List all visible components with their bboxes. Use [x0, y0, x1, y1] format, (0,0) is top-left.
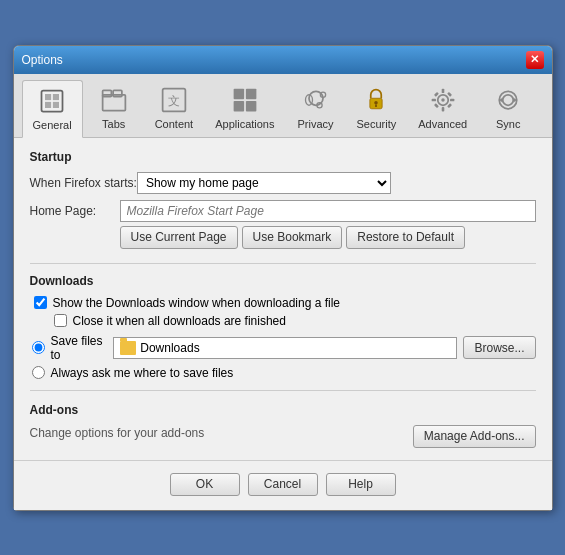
- addons-row: Change options for your add-ons Manage A…: [30, 425, 536, 448]
- homepage-row: Home Page:: [30, 200, 536, 222]
- always-ask-radio[interactable]: [32, 366, 45, 379]
- tab-advanced[interactable]: Advanced: [408, 80, 477, 137]
- browse-button[interactable]: Browse...: [463, 336, 535, 359]
- svg-rect-11: [246, 88, 257, 99]
- tab-security-label: Security: [357, 118, 397, 130]
- home-label: Home Page:: [30, 204, 120, 218]
- svg-rect-1: [45, 94, 51, 100]
- restore-to-default-button[interactable]: Restore to Default: [346, 226, 465, 249]
- folder-icon: [120, 341, 136, 355]
- main-content: Startup When Firefox starts: Show my hom…: [14, 138, 552, 460]
- close-button[interactable]: ✕: [526, 51, 544, 69]
- download-folder-name: Downloads: [140, 341, 199, 355]
- title-bar: Options ✕: [14, 46, 552, 74]
- security-icon: [360, 84, 392, 116]
- close-downloads-row: Close it when all downloads are finished: [30, 314, 536, 328]
- tab-sync[interactable]: Sync: [479, 80, 537, 137]
- privacy-icon: [300, 84, 332, 116]
- svg-rect-28: [447, 91, 452, 96]
- svg-rect-29: [434, 103, 439, 108]
- svg-rect-12: [233, 100, 244, 111]
- startup-section: Startup When Firefox starts: Show my hom…: [30, 150, 536, 249]
- browse-area: Downloads Browse...: [113, 336, 535, 359]
- tab-tabs-label: Tabs: [102, 118, 125, 130]
- close-downloads-label: Close it when all downloads are finished: [73, 314, 286, 328]
- use-current-page-button[interactable]: Use Current Page: [120, 226, 238, 249]
- when-label: When Firefox starts:: [30, 176, 137, 190]
- save-files-label: Save files to: [51, 334, 106, 362]
- tab-applications-label: Applications: [215, 118, 274, 130]
- addons-section: Add-ons Change options for your add-ons …: [30, 403, 536, 448]
- tab-content-label: Content: [155, 118, 194, 130]
- svg-rect-3: [45, 101, 51, 107]
- addons-desc: Change options for your add-ons: [30, 426, 205, 440]
- ok-button[interactable]: OK: [170, 473, 240, 496]
- always-ask-row: Always ask me where to save files: [30, 366, 536, 380]
- tab-security[interactable]: Security: [347, 80, 407, 137]
- svg-rect-23: [441, 88, 444, 92]
- options-window: Options ✕ General: [13, 45, 553, 511]
- always-ask-label: Always ask me where to save files: [51, 366, 234, 380]
- homepage-input[interactable]: [120, 200, 536, 222]
- svg-rect-13: [246, 100, 257, 111]
- svg-text:文: 文: [168, 94, 180, 108]
- svg-rect-27: [434, 91, 439, 96]
- show-downloads-checkbox[interactable]: [34, 296, 47, 309]
- svg-point-22: [441, 98, 445, 102]
- tab-general-label: General: [33, 119, 72, 131]
- svg-rect-2: [53, 94, 59, 100]
- svg-rect-4: [53, 101, 59, 107]
- startup-dropdown-wrapper: Show my home page Show a blank page Show…: [137, 172, 391, 194]
- svg-rect-26: [450, 98, 454, 101]
- svg-rect-0: [42, 90, 63, 111]
- downloads-section-label: Downloads: [30, 274, 536, 288]
- tab-sync-label: Sync: [496, 118, 520, 130]
- divider-addons: [30, 390, 536, 391]
- tab-privacy-label: Privacy: [297, 118, 333, 130]
- tab-bar: General Tabs 文 Content: [14, 74, 552, 138]
- startup-section-label: Startup: [30, 150, 536, 164]
- advanced-icon: [427, 84, 459, 116]
- download-path: Downloads: [113, 337, 457, 359]
- svg-point-19: [375, 100, 379, 104]
- save-files-row: Save files to Downloads Browse...: [30, 334, 536, 362]
- cancel-button[interactable]: Cancel: [248, 473, 318, 496]
- addons-section-label: Add-ons: [30, 403, 536, 417]
- svg-rect-25: [431, 98, 435, 101]
- tab-advanced-label: Advanced: [418, 118, 467, 130]
- content-icon: 文: [158, 84, 190, 116]
- footer: OK Cancel Help: [14, 460, 552, 510]
- tab-applications[interactable]: Applications: [205, 80, 284, 137]
- use-bookmark-button[interactable]: Use Bookmark: [242, 226, 343, 249]
- tab-privacy[interactable]: Privacy: [287, 80, 345, 137]
- tabs-icon: [98, 84, 130, 116]
- startup-when-row: When Firefox starts: Show my home page S…: [30, 172, 536, 194]
- svg-rect-30: [447, 103, 452, 108]
- tab-general[interactable]: General: [22, 80, 83, 138]
- divider-downloads: [30, 263, 536, 264]
- show-downloads-row: Show the Downloads window when downloadi…: [30, 296, 536, 310]
- downloads-section: Downloads Show the Downloads window when…: [30, 274, 536, 380]
- tab-content[interactable]: 文 Content: [145, 80, 204, 137]
- tab-tabs[interactable]: Tabs: [85, 80, 143, 137]
- startup-dropdown[interactable]: Show my home page Show a blank page Show…: [137, 172, 391, 194]
- sync-icon: [492, 84, 524, 116]
- show-downloads-label: Show the Downloads window when downloadi…: [53, 296, 341, 310]
- save-files-radio[interactable]: [32, 341, 45, 354]
- help-button[interactable]: Help: [326, 473, 396, 496]
- manage-addons-button[interactable]: Manage Add-ons...: [413, 425, 536, 448]
- close-downloads-checkbox[interactable]: [54, 314, 67, 327]
- homepage-buttons: Use Current Page Use Bookmark Restore to…: [30, 226, 536, 249]
- general-icon: [36, 85, 68, 117]
- window-title: Options: [22, 53, 63, 67]
- svg-rect-24: [441, 107, 444, 111]
- applications-icon: [229, 84, 261, 116]
- svg-rect-10: [233, 88, 244, 99]
